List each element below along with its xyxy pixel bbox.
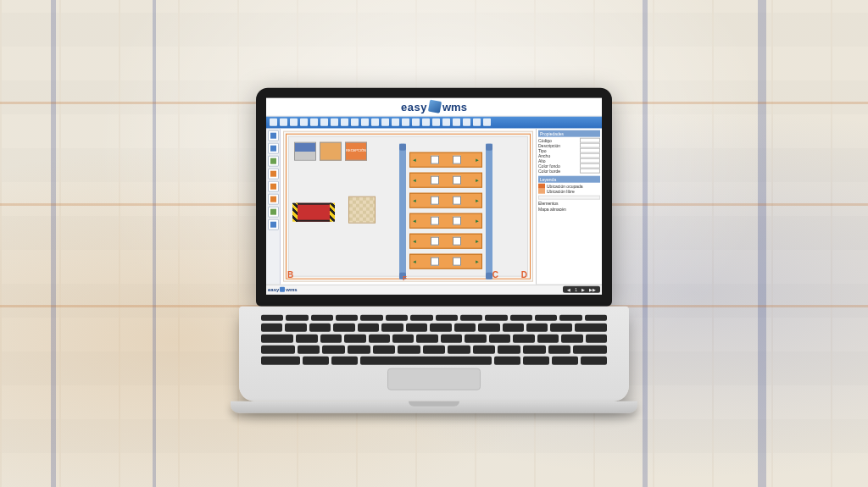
layout-canvas[interactable]: RECEPCIÓN ◄►◄►◄►◄►◄►◄► B C D	[283, 130, 533, 281]
rack-pillar-left	[399, 143, 406, 279]
status-brand-easy: easy	[268, 287, 279, 292]
arrow-right-icon: ►	[475, 177, 480, 182]
properties-header: Propiedades	[538, 130, 600, 136]
toolbar-button-18[interactable]	[453, 119, 460, 126]
status-bar: easy wms ◀ 1 ▶ ▶▶	[266, 284, 602, 294]
brand-text-easy: easy	[401, 100, 427, 113]
arrow-right-icon: ►	[475, 157, 480, 162]
tool-zoom[interactable]	[268, 155, 279, 166]
pallet-icon	[453, 257, 461, 265]
arrow-right-icon: ►	[475, 197, 480, 202]
arrow-left-icon: ◄	[412, 177, 417, 182]
toolbar-button-15[interactable]	[422, 119, 430, 126]
tool-pan[interactable]	[268, 142, 279, 153]
pallet-icon	[431, 216, 439, 224]
rack-zone: ◄►◄►◄►◄►◄►◄►	[399, 143, 492, 279]
zone-icon[interactable]	[320, 141, 342, 160]
laptop-trackpad	[387, 368, 481, 390]
toolbar-button-5[interactable]	[320, 119, 328, 126]
grid-label-d: D	[521, 269, 527, 279]
legend-header: Leyenda	[538, 175, 600, 182]
tool-area[interactable]	[268, 206, 279, 217]
pallet-icon	[453, 155, 461, 163]
toolbar-button-1[interactable]	[280, 119, 287, 126]
footer-map[interactable]: Mapa almacén	[538, 206, 600, 211]
toolbar-button-14[interactable]	[412, 119, 420, 126]
rack-pillar-right	[486, 143, 492, 279]
workspace: RECEPCIÓN ◄►◄►◄►◄►◄►◄► B C D	[266, 128, 602, 284]
property-input[interactable]	[580, 168, 600, 173]
pager-next-button[interactable]: ▶	[580, 287, 587, 292]
pager-prev-button[interactable]: ◀	[565, 287, 572, 292]
arrow-left-icon: ◄	[412, 218, 417, 223]
toolbar-button-11[interactable]	[381, 119, 389, 126]
toolbar-button-6[interactable]	[331, 119, 338, 126]
staging-area[interactable]	[348, 196, 376, 223]
pager-page: 1	[573, 287, 579, 292]
arrow-right-icon: ►	[475, 238, 480, 243]
toolbar-button-17[interactable]	[442, 119, 450, 126]
toolbar-button-0[interactable]	[270, 119, 277, 126]
wms-application: easy wms RECEPCIÓN	[266, 97, 602, 294]
arrow-left-icon: ◄	[412, 157, 417, 162]
rack-slot-5[interactable]: ◄►	[409, 253, 482, 268]
grid-label-f: F	[403, 274, 407, 281]
side-toolbox	[266, 128, 281, 284]
panel-footer-2: Mapa almacén	[538, 206, 600, 211]
arrow-left-icon: ◄	[412, 238, 417, 243]
toolbar-button-9[interactable]	[361, 119, 369, 126]
brand-text-wms: wms	[442, 100, 467, 113]
tool-pointer[interactable]	[268, 130, 279, 141]
toolbar-button-20[interactable]	[473, 119, 481, 126]
rack-slot-1[interactable]: ◄►	[409, 172, 482, 187]
rack-slot-0[interactable]: ◄►	[409, 152, 482, 167]
legend-swatch	[538, 188, 545, 193]
toolbar-button-21[interactable]	[483, 119, 491, 126]
laptop-mockup: easy wms RECEPCIÓN	[256, 87, 612, 412]
grid-label-b: B	[287, 269, 293, 279]
app-header: easy wms	[266, 97, 602, 116]
tool-rack[interactable]	[268, 180, 279, 191]
arrow-right-icon: ►	[475, 258, 480, 263]
toolbar-button-13[interactable]	[402, 119, 409, 126]
rack-slot-4[interactable]: ◄►	[409, 233, 482, 248]
pallet-icon	[453, 236, 461, 245]
toolbar-button-2[interactable]	[290, 119, 298, 126]
pallet-icon	[453, 196, 461, 204]
grid-label-c: C	[492, 269, 498, 279]
laptop-screen: easy wms RECEPCIÓN	[266, 97, 602, 294]
footer-elements[interactable]: Elementos	[538, 200, 600, 205]
dock-area[interactable]	[296, 202, 331, 221]
layout-canvas-wrap: RECEPCIÓN ◄►◄►◄►◄►◄►◄► B C D	[281, 128, 536, 284]
receiving-zone[interactable]: RECEPCIÓN	[345, 141, 367, 160]
toolbar-button-10[interactable]	[371, 119, 379, 126]
arrow-left-icon: ◄	[412, 258, 417, 263]
properties-panel: Propiedades CódigoDescripciónTipoAnchoAl…	[536, 128, 602, 284]
property-row: Color borde	[538, 168, 600, 173]
arrow-right-icon: ►	[475, 218, 480, 223]
status-brand-cube-icon	[280, 287, 285, 292]
panel-divider	[538, 195, 600, 199]
toolbar-button-8[interactable]	[351, 119, 359, 126]
rack-slot-2[interactable]: ◄►	[409, 192, 482, 208]
rack-slot-3[interactable]: ◄►	[409, 213, 482, 228]
pallet-icon	[431, 236, 439, 245]
toolbar-button-12[interactable]	[392, 119, 399, 126]
tool-dock[interactable]	[268, 193, 279, 204]
view-pager: ◀ 1 ▶ ▶▶	[563, 286, 600, 293]
toolbar-button-3[interactable]	[300, 119, 308, 126]
tool-measure[interactable]	[268, 168, 279, 179]
pallet-icon	[431, 155, 439, 163]
brand-cube-icon	[428, 100, 442, 113]
pager-end-button[interactable]: ▶▶	[587, 287, 598, 292]
toolbar-button-19[interactable]	[463, 119, 470, 126]
arrow-left-icon: ◄	[412, 197, 417, 202]
status-brand: easy wms	[268, 287, 298, 292]
main-toolbar	[266, 116, 602, 128]
toolbar-button-4[interactable]	[310, 119, 318, 126]
tool-label[interactable]	[268, 219, 279, 230]
pallet-icon	[453, 175, 461, 184]
warehouse-icon[interactable]	[294, 141, 316, 160]
toolbar-button-7[interactable]	[341, 119, 348, 126]
toolbar-button-16[interactable]	[432, 119, 440, 126]
